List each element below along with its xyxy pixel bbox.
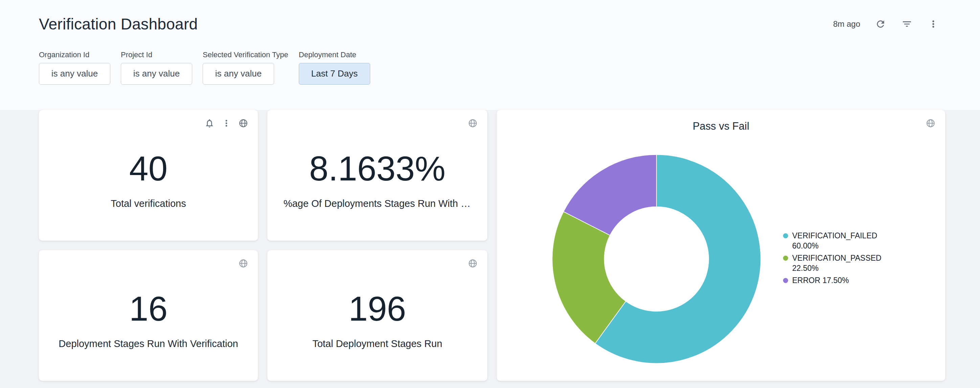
- explore-from-here-button[interactable]: [237, 258, 249, 269]
- page-title: Verification Dashboard: [39, 16, 197, 33]
- legend-value: 22.50%: [792, 264, 819, 273]
- filter-group-verification-type: Selected Verification Type is any value: [203, 50, 288, 85]
- stat-value: 16: [129, 292, 167, 326]
- explore-from-here-button[interactable]: [925, 118, 936, 129]
- legend-value: 60.00%: [792, 241, 819, 250]
- chart-legend: VERIFICATION_FAILED 60.00% VERIFICATION_…: [783, 231, 894, 286]
- filter-group-project-id: Project Id is any value: [121, 50, 192, 85]
- tile-pass-vs-fail: Pass vs Fail VERIFICATION_FAILED 60.00% …: [497, 110, 945, 381]
- bell-icon: [204, 118, 215, 128]
- refresh-button[interactable]: [874, 18, 886, 30]
- filter-icon: [902, 19, 912, 29]
- kebab-menu-icon: [928, 19, 939, 29]
- dashboard-header: Verification Dashboard 8m ago Organiz: [0, 0, 980, 110]
- organization-id-filter[interactable]: is any value: [39, 63, 110, 85]
- legend-item-verification-failed[interactable]: VERIFICATION_FAILED 60.00%: [783, 231, 894, 251]
- legend-item-verification-passed[interactable]: VERIFICATION_PASSED 22.50%: [783, 253, 894, 273]
- globe-icon: [926, 118, 935, 128]
- filter-bar: Organization Id is any value Project Id …: [39, 50, 939, 85]
- globe-icon: [238, 118, 248, 128]
- filter-label: Project Id: [121, 50, 192, 59]
- last-refreshed-label: 8m ago: [833, 19, 860, 29]
- stat-label: Total Deployment Stages Run: [312, 338, 442, 350]
- tile-more-options-button[interactable]: [221, 118, 232, 129]
- legend-value: 17.50%: [822, 276, 849, 285]
- alert-button[interactable]: [204, 118, 215, 129]
- filter-label: Deployment Date: [299, 50, 370, 59]
- tile-stages-with-verification: 16 Deployment Stages Run With Verificati…: [39, 250, 258, 381]
- dashboard-filters-button[interactable]: [901, 18, 913, 30]
- filter-label: Organization Id: [39, 50, 110, 59]
- stat-label: Total verifications: [111, 198, 186, 209]
- filter-group-organization-id: Organization Id is any value: [39, 50, 110, 85]
- deployment-date-filter[interactable]: Last 7 Days: [299, 63, 370, 85]
- refresh-icon: [875, 19, 886, 29]
- explore-from-here-button[interactable]: [237, 118, 249, 129]
- pass-fail-donut[interactable]: [548, 151, 765, 367]
- legend-item-error[interactable]: ERROR 17.50%: [783, 275, 894, 286]
- chart-title: Pass vs Fail: [497, 120, 945, 133]
- stat-value: 40: [129, 151, 167, 186]
- dashboard-more-options-button[interactable]: [927, 18, 939, 30]
- stat-label: Deployment Stages Run With Verification: [59, 338, 238, 350]
- stat-label: %age Of Deployments Stages Run With V…: [283, 198, 471, 209]
- legend-dot: [783, 278, 788, 283]
- stat-value: 8.1633%: [309, 151, 445, 186]
- globe-icon: [468, 118, 478, 128]
- header-actions: 8m ago: [833, 18, 939, 30]
- legend-dot: [783, 233, 788, 238]
- legend-label: ERROR: [792, 276, 820, 285]
- explore-from-here-button[interactable]: [467, 258, 479, 269]
- tiles-grid: 40 Total verifications 8.1633% %age Of D…: [39, 110, 980, 381]
- explore-from-here-button[interactable]: [467, 118, 479, 129]
- globe-icon: [468, 258, 478, 268]
- legend-dot: [783, 255, 788, 261]
- stat-value: 196: [348, 292, 406, 326]
- globe-icon: [238, 258, 248, 268]
- project-id-filter[interactable]: is any value: [121, 63, 192, 85]
- tile-total-verifications: 40 Total verifications: [39, 110, 258, 241]
- kebab-menu-icon: [221, 118, 231, 128]
- legend-label: VERIFICATION_FAILED: [792, 231, 877, 240]
- verification-type-filter[interactable]: is any value: [203, 63, 274, 85]
- tile-total-stages-run: 196 Total Deployment Stages Run: [267, 250, 487, 381]
- filter-label: Selected Verification Type: [203, 50, 288, 59]
- filter-group-deployment-date: Deployment Date Last 7 Days: [299, 50, 370, 85]
- tile-pct-stages-with-verification: 8.1633% %age Of Deployments Stages Run W…: [267, 110, 487, 241]
- legend-label: VERIFICATION_PASSED: [792, 254, 881, 262]
